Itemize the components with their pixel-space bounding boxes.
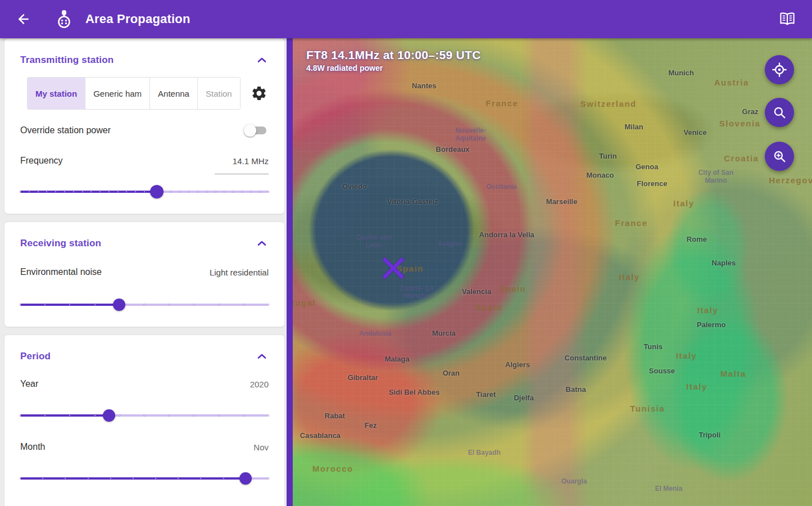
back-arrow-icon [16,12,31,26]
map-label: El Menia [647,485,690,493]
year-label: Year [20,379,38,389]
sidebar-map-divider [287,38,293,506]
collapse-chevron-up-icon[interactable] [255,350,269,363]
map-label: Tunis [643,342,663,351]
map-label: Italy [619,272,640,282]
propagation-map[interactable]: NantesFranceNouvelle-AquitaineBordeauxSw… [293,38,812,506]
map-label: Switzerland [580,98,637,108]
map-label: Murcia [432,329,456,337]
zoom-out-button[interactable] [765,98,794,127]
book-icon [779,11,796,28]
noise-slider-thumb[interactable] [113,299,125,311]
help-manual-button[interactable] [775,7,800,31]
year-slider-thumb[interactable] [103,409,115,422]
back-button[interactable] [12,8,35,30]
map-label: Djelfa [514,393,533,401]
map-label: Portugal [293,298,316,308]
map-label: Sousse [649,366,675,374]
map-label: Aragon [428,240,471,248]
zoom-in-button[interactable] [765,142,794,171]
collapse-chevron-up-icon[interactable] [255,237,269,250]
period-card: Period Year 2020 Month Nov [4,335,285,506]
map-label: Oviedo [342,182,367,190]
map-info-title: FT8 14.1MHz at 10:00–:59 UTC [306,48,481,62]
map-info-power: 4.8W radiated power [306,64,481,73]
map-label: Andorra la Vella [479,231,534,239]
collapse-chevron-up-icon[interactable] [255,53,269,67]
map-label: Spain [499,284,526,293]
map-label: Venice [683,128,706,137]
map-label: Malta [720,368,746,378]
map-label: Herzegov [769,175,812,185]
map-label: Fez [365,421,377,430]
map-label: Munich [668,68,694,76]
year-value: 2020 [250,379,269,389]
map-label: Tripoli [698,430,720,439]
map-info-overlay: FT8 14.1MHz at 10:00–:59 UTC 4.8W radiat… [306,48,481,73]
map-label: Vitoria-Gasteiz [387,197,438,206]
map-label: Italy [686,382,707,391]
map-label: Graz [742,107,759,115]
tab-antenna[interactable]: Antenna [150,78,198,109]
map-label: Slovenia [719,118,761,128]
month-slider[interactable] [20,469,269,488]
map-label: Tunisia [630,404,665,413]
tab-my-station[interactable]: My station [28,78,85,109]
tab-station[interactable]: Station [198,78,240,109]
transmitting-station-card: Transmitting station My station Generic … [4,38,285,214]
station-settings-button[interactable] [251,85,267,102]
month-slider-thumb[interactable] [239,472,252,485]
station-preset-tabs: My station Generic ham Antenna Station [27,77,241,110]
map-label: Turin [599,151,617,160]
override-power-toggle[interactable] [244,124,266,137]
map-label: Palermo [697,320,725,329]
map-label: Bordeaux [436,145,470,153]
receiving-station-title: Receiving station [20,238,101,249]
map-label: Ouargla [553,478,596,486]
map-label: Casablanca [300,431,341,440]
app-logo-icon [53,8,75,30]
settings-sidebar: Transmitting station My station Generic … [0,38,287,506]
map-label: City of San Marino [695,169,737,185]
tx-marker [380,255,406,281]
transmitting-station-title: Transmitting station [20,55,114,66]
gear-icon [251,85,267,102]
environmental-noise-slider[interactable] [20,295,269,314]
map-label: Austria [714,78,749,87]
map-label: Algiers [505,360,530,368]
map-label: Morocco [312,464,353,473]
receiving-station-card: Receiving station Environmental noise Li… [4,222,285,327]
frequency-slider-thumb[interactable] [150,185,164,198]
frequency-underline [215,174,269,174]
period-title: Period [20,351,51,362]
map-label: Rome [687,234,707,243]
map-label: Marseille [546,197,578,206]
map-label: Tiaret [476,390,496,399]
map-label: Monaco [586,170,614,179]
map-label: Castile- La Mancha [395,285,438,301]
month-value: Nov [253,442,269,452]
map-label: Naples [712,259,736,267]
frequency-slider[interactable] [20,182,269,201]
month-label: Month [20,442,45,452]
tab-generic-ham[interactable]: Generic ham [85,78,150,109]
map-label: Rabat [325,411,345,419]
map-label: Castile and León [352,234,395,250]
map-label: Sidi Bel Abbes [389,387,440,396]
frequency-value: 14.1 MHz [233,156,269,166]
noise-slider-ticks [20,304,269,305]
map-label: Italy [676,351,697,360]
app-bar: Area Propagation [0,0,812,38]
magnifier-plus-icon [772,149,787,164]
year-slider[interactable] [20,406,269,425]
page-title: Area Propagation [85,12,190,26]
environmental-noise-label: Environmental noise [20,267,102,277]
map-label: Occitania [480,184,523,192]
override-power-label: Override station power [20,125,111,135]
my-location-button[interactable] [765,55,794,84]
frequency-label: Frequency [20,156,63,166]
map-label: Milan [624,123,643,131]
map-label: Oran [443,368,460,377]
map-label: France [615,218,647,227]
map-label: Andalusia [354,330,397,338]
